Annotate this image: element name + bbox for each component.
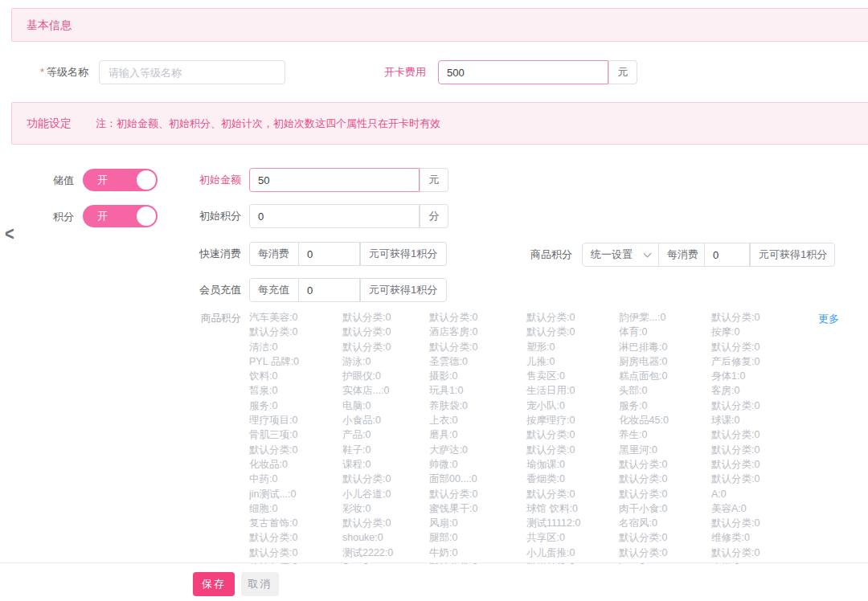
initial-points-unit: 分 bbox=[420, 204, 448, 228]
category-item: 产品:0 bbox=[342, 427, 434, 442]
category-item: 默认分类:0 bbox=[342, 325, 434, 339]
product-points-rule-label: 商品积分 bbox=[492, 243, 572, 267]
initial-amount-unit: 元 bbox=[420, 168, 448, 192]
category-item: 默认分类:0 bbox=[711, 546, 803, 560]
category-item: 默认分类:0 bbox=[429, 487, 521, 501]
category-item: 默认分类:0 bbox=[619, 472, 710, 486]
category-item: 默认分类:0 bbox=[711, 516, 803, 530]
quick-consume-label: 快速消费 bbox=[161, 242, 241, 266]
category-item: 生活日用:0 bbox=[526, 383, 618, 398]
section-feature-settings-note: 注：初始金额、初始积分、初始计次，初始次数这四个属性只在开卡时有效 bbox=[96, 117, 440, 129]
category-item: 复古首饰:0 bbox=[249, 516, 341, 530]
category-item: 鞋子:0 bbox=[342, 443, 434, 457]
category-column: 韵伊棠...:0体育:0淋巴排毒:0厨房电器:0糕点面包:0头部:0服务:0化妆… bbox=[619, 310, 710, 564]
category-item: 共享区:0 bbox=[526, 530, 618, 545]
member-level-form-page: 基本信息 *等级名称 开卡费用 元 功能设定 注：初始金额、初始积分、初始计次，… bbox=[0, 0, 868, 601]
category-item: 默认分类:0 bbox=[526, 487, 618, 501]
category-item: 皙泉:0 bbox=[249, 383, 341, 398]
category-item: 儿推:0 bbox=[526, 354, 618, 369]
category-item: 默认分类:0 bbox=[619, 457, 710, 472]
category-item: 测试2222:0 bbox=[342, 546, 434, 560]
footer-divider bbox=[0, 562, 868, 563]
product-points-input[interactable] bbox=[704, 243, 750, 267]
category-item: 饮料:0 bbox=[249, 369, 341, 383]
initial-amount-input[interactable] bbox=[249, 168, 420, 192]
category-item: 糕点面包:0 bbox=[619, 369, 710, 383]
category-item: 玩具1:0 bbox=[429, 383, 521, 398]
category-item: 头部:0 bbox=[619, 383, 710, 398]
category-item: 美容A:0 bbox=[711, 501, 803, 516]
category-item: 彩妆:0 bbox=[342, 501, 434, 516]
category-item: 电脑:0 bbox=[342, 399, 434, 413]
category-item: 默认分类:0 bbox=[619, 487, 710, 501]
product-points-prefix: 每消费 bbox=[658, 243, 705, 267]
points-toggle-state: 开 bbox=[97, 205, 108, 227]
category-item: 养肤袋:0 bbox=[429, 399, 521, 413]
section-basic-info-title: 基本信息 bbox=[27, 18, 72, 31]
category-item: 默认分类:0 bbox=[249, 546, 341, 560]
category-item: jin测试...:0 bbox=[249, 487, 341, 501]
category-item: 小儿蛋推:0 bbox=[526, 546, 618, 560]
required-asterisk: * bbox=[40, 66, 44, 78]
stored-value-toggle[interactable]: 开 bbox=[83, 169, 158, 191]
category-item: 面部00...:0 bbox=[429, 472, 521, 486]
category-item: 售卖区:0 bbox=[526, 369, 618, 383]
initial-amount-group: 元 bbox=[249, 168, 448, 192]
category-item: 球课:0 bbox=[711, 413, 803, 427]
initial-points-input[interactable] bbox=[249, 204, 420, 228]
toggle-knob bbox=[137, 206, 156, 226]
category-item: 汽车美容:0 bbox=[249, 310, 341, 325]
points-toggle[interactable]: 开 bbox=[83, 205, 158, 227]
category-item: 圣雲德:0 bbox=[429, 354, 521, 369]
category-item: 球馆 饮料:0 bbox=[526, 501, 618, 516]
category-item: 塑形:0 bbox=[526, 340, 618, 354]
chevron-down-icon bbox=[644, 249, 652, 257]
category-column: 默认分类:0酒店客房:0默认分类:0圣雲德:0摄影:0玩具1:0养肤袋:0上衣:… bbox=[429, 310, 521, 564]
more-link[interactable]: 更多 bbox=[818, 312, 839, 326]
section-basic-info: 基本信息 bbox=[11, 8, 868, 42]
card-fee-input[interactable] bbox=[438, 60, 608, 84]
category-item: 按摩理疗:0 bbox=[526, 413, 618, 427]
category-item: 黑里河:0 bbox=[619, 443, 710, 457]
category-item: 磨具:0 bbox=[429, 427, 521, 442]
category-item: 默认分类:0 bbox=[619, 530, 710, 545]
cancel-button[interactable]: 取消 bbox=[241, 572, 279, 596]
category-item: 默认分类:0 bbox=[429, 310, 521, 325]
member-recharge-group: 每充值 元可获得1积分 bbox=[249, 278, 447, 302]
category-item: 中药:0 bbox=[249, 472, 341, 486]
category-item: A:0 bbox=[711, 487, 803, 501]
toggle-knob bbox=[137, 170, 156, 190]
level-name-input[interactable] bbox=[99, 60, 285, 84]
save-button[interactable]: 保存 bbox=[193, 572, 235, 596]
category-item: 腿部:0 bbox=[429, 530, 521, 545]
product-points-mode-select[interactable]: 统一设置 bbox=[582, 243, 659, 267]
quick-consume-prefix: 每消费 bbox=[249, 242, 299, 266]
quick-consume-input[interactable] bbox=[298, 242, 360, 266]
section-feature-settings-title: 功能设定 bbox=[27, 117, 72, 129]
member-recharge-prefix: 每充值 bbox=[249, 278, 299, 302]
category-item: 默认分类:0 bbox=[342, 472, 434, 486]
category-item: 身体1:0 bbox=[711, 369, 803, 383]
category-item: 默认分类:0 bbox=[342, 340, 434, 354]
category-item: shouke:0 bbox=[342, 530, 434, 545]
stored-value-toggle-label: 储值 bbox=[23, 169, 74, 193]
category-item: 默认分类:0 bbox=[711, 340, 803, 354]
category-item: 淋巴排毒:0 bbox=[619, 340, 710, 354]
category-item: 护眼仪:0 bbox=[342, 369, 434, 383]
category-item: 维修类:0 bbox=[711, 530, 803, 545]
product-points-suffix: 元可获得1积分 bbox=[750, 243, 835, 267]
category-item: 默认分类:0 bbox=[249, 530, 341, 545]
initial-points-group: 分 bbox=[249, 204, 448, 228]
category-item: 帅微:0 bbox=[429, 457, 521, 472]
member-recharge-input[interactable] bbox=[298, 278, 360, 302]
collapse-left-icon[interactable]: < bbox=[5, 223, 14, 244]
category-item: 客房:0 bbox=[711, 383, 803, 398]
category-item: 清洁:0 bbox=[249, 340, 341, 354]
category-item: 酒店客房:0 bbox=[429, 325, 521, 339]
level-name-label: *等级名称 bbox=[0, 60, 88, 84]
category-column: 默认分类:0默认分类:0塑形:0儿推:0售卖区:0生活日用:0宠小队:0按摩理疗… bbox=[526, 310, 618, 564]
category-column: 汽车美容:0默认分类:0清洁:0PYL 品牌:0饮料:0皙泉:0服务:0理疗项目… bbox=[249, 310, 341, 564]
category-item: 默认分类:0 bbox=[619, 546, 710, 560]
category-item: 瑜伽课:0 bbox=[526, 457, 618, 472]
category-points-label: 商品积分 bbox=[161, 311, 241, 325]
